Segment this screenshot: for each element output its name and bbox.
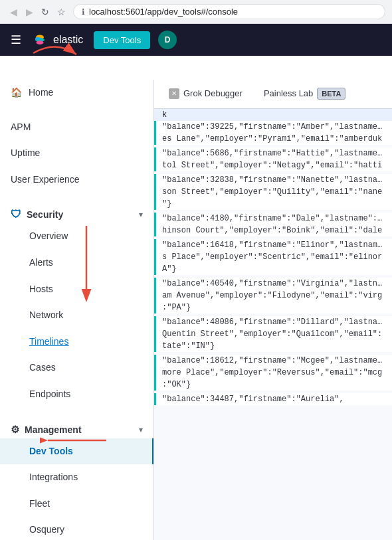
console-line: "balance":18612,"firstname":"Mcgee","las…: [154, 355, 392, 367]
sidebar-item-hosts[interactable]: Hosts: [0, 276, 153, 303]
svg-point-4: [35, 37, 41, 40]
sidebar-item-apm[interactable]: APM: [0, 114, 153, 141]
console-line: s Place","employer":"Scentric","email":"…: [154, 251, 392, 263]
sidebar-item-uptime[interactable]: Uptime: [0, 140, 153, 167]
console-line: am Avenue","employer":"Filodyne","email"…: [154, 290, 392, 302]
sidebar-item-endpoints[interactable]: Endpoints: [0, 381, 153, 408]
sidebar-item-user-experience[interactable]: User Experience: [0, 167, 153, 193]
sidebar-item-dev-tools[interactable]: Dev Tools: [0, 438, 153, 465]
fleet-label: Fleet: [11, 497, 50, 511]
forward-button[interactable]: ▶: [23, 5, 36, 19]
elastic-logo-icon: [32, 32, 48, 48]
console-line: "balance":34487,"firstname":"Aurelia",: [154, 393, 392, 405]
console-line: "balance":39225,"firstname":"Amber","las…: [154, 121, 392, 133]
management-chevron-icon: ▾: [139, 425, 143, 434]
sidebar-item-network[interactable]: Network: [0, 302, 153, 329]
security-icon: ℹ: [82, 7, 85, 17]
sidebar-item-overview[interactable]: Overview: [0, 223, 153, 250]
content-area: 🏠 Home APM Uptime User Experience 🛡 Secu…: [0, 80, 392, 540]
endpoints-label: Endpoints: [11, 388, 70, 401]
console-tabs: ✕ Grok Debugger Painless Lab BETA: [154, 80, 392, 109]
console-line: A"}: [154, 263, 392, 275]
osquery-label: Osquery: [11, 523, 64, 537]
sidebar-item-timelines[interactable]: Timelines: [0, 329, 153, 355]
network-label: Network: [11, 309, 63, 322]
grok-debugger-close-icon[interactable]: ✕: [169, 88, 179, 99]
user-avatar[interactable]: D: [158, 31, 177, 49]
timelines-label: Timelines: [11, 335, 68, 349]
browser-nav-buttons: ◀ ▶ ↻ ☆: [7, 5, 68, 19]
logo-container: elastic: [32, 32, 83, 48]
page-wrapper: ◀ ▶ ↻ ☆ ℹ localhost:5601/app/dev_tools#/…: [0, 0, 392, 540]
painless-lab-label: Painless Lab: [264, 88, 313, 98]
cases-label: Cases: [11, 361, 56, 375]
console-line: tol Street","employer":"Netagy","email":…: [154, 159, 392, 171]
bookmark-button[interactable]: ☆: [54, 5, 68, 19]
alerts-label: Alerts: [11, 256, 53, 270]
console-line: :"PA"}: [154, 302, 392, 314]
security-chevron-icon: ▾: [139, 210, 143, 219]
security-shield-icon: 🛡: [11, 209, 21, 221]
apm-label: APM: [11, 121, 31, 134]
svg-point-3: [37, 41, 44, 45]
address-bar[interactable]: ℹ localhost:5601/app/dev_tools#/console: [73, 4, 385, 19]
integrations-label: Integrations: [11, 471, 78, 484]
sidebar-item-home[interactable]: 🏠 Home: [0, 80, 153, 106]
refresh-button[interactable]: ↻: [39, 5, 52, 19]
uptime-label: Uptime: [11, 147, 40, 160]
grok-debugger-label: Grok Debugger: [183, 88, 243, 98]
overview-label: Overview: [11, 230, 68, 243]
console-line: "balance":48086,"firstname":"Dillard","l…: [154, 316, 392, 328]
sidebar-item-fleet[interactable]: Fleet: [0, 491, 153, 517]
back-button[interactable]: ◀: [7, 5, 20, 19]
url-text: localhost:5601/app/dev_tools#/console: [89, 7, 238, 17]
security-section-label: Security: [27, 209, 63, 220]
console-line: son Street","employer":"Quility","email"…: [154, 186, 392, 198]
console-line: tate":"IN"}: [154, 340, 392, 352]
tab-grok-debugger[interactable]: ✕ Grok Debugger: [159, 83, 252, 106]
console-content: k"balance":39225,"firstname":"Amber","la…: [154, 109, 392, 540]
console-line: k: [154, 109, 392, 121]
sidebar-item-osquery[interactable]: Osquery: [0, 517, 153, 540]
management-section-label: Management: [25, 424, 82, 435]
user-experience-label: User Experience: [11, 173, 80, 187]
sidebar-item-integrations[interactable]: Integrations: [0, 464, 153, 491]
console-line: hinson Court","employer":"Boink","email"…: [154, 225, 392, 236]
management-gear-icon: ⚙: [11, 424, 19, 436]
top-nav: ☰ elastic Dev Tools D: [0, 24, 392, 56]
console-line: es Lane","employer":"Pyrami","email":"am…: [154, 133, 392, 145]
console-line: "balance":4180,"firstname":"Dale","lastn…: [154, 213, 392, 225]
dev-tools-label: Dev Tools: [11, 445, 73, 458]
tab-painless-lab[interactable]: Painless Lab BETA: [254, 82, 355, 106]
browser-bar: ◀ ▶ ↻ ☆ ℹ localhost:5601/app/dev_tools#/…: [0, 0, 392, 24]
console-panel: ✕ Grok Debugger Painless Lab BETA k"bala…: [154, 80, 392, 540]
elastic-logo-text: elastic: [53, 34, 83, 46]
console-line: :"OK"}: [154, 379, 392, 391]
home-icon: 🏠: [11, 86, 22, 100]
management-section-header[interactable]: ⚙ Management ▾: [0, 416, 153, 438]
console-line: "balance":5686,"firstname":"Hattie","las…: [154, 147, 392, 159]
hosts-label: Hosts: [11, 283, 53, 296]
console-line: "}: [154, 198, 392, 210]
console-line: "balance":40540,"firstname":"Virginia","…: [154, 278, 392, 290]
console-line: Quentin Street","employer":"Quailcom","e…: [154, 328, 392, 340]
sidebar-item-alerts[interactable]: Alerts: [0, 250, 153, 276]
home-label: Home: [29, 86, 53, 100]
menu-icon[interactable]: ☰: [8, 32, 24, 48]
sidebar-item-cases[interactable]: Cases: [0, 355, 153, 381]
console-line: "balance":16418,"firstname":"Elinor","la…: [154, 239, 392, 251]
beta-badge: BETA: [317, 88, 345, 100]
dev-tools-nav-button[interactable]: Dev Tools: [94, 31, 150, 49]
sidebar: 🏠 Home APM Uptime User Experience 🛡 Secu…: [0, 80, 154, 540]
console-line: "balance":32838,"firstname":"Nanette","l…: [154, 174, 392, 186]
console-line: more Place","employer":"Reversus","email…: [154, 367, 392, 379]
security-section-header[interactable]: 🛡 Security ▾: [0, 201, 153, 223]
